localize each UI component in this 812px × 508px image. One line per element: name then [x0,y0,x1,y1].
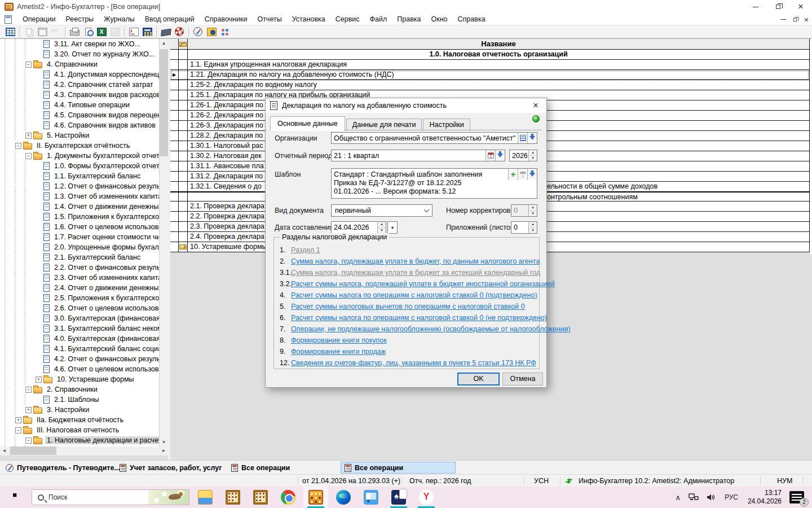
dialog-close-button[interactable]: × [529,99,542,112]
mdi-close-button[interactable]: × [804,15,809,24]
notification-center-icon[interactable]: 2 [789,491,804,503]
services-icon[interactable] [218,26,232,37]
grid-icon-header[interactable] [179,39,188,49]
scroll-left-icon[interactable]: ◄ [0,446,8,455]
section-link[interactable]: Раздел 1 [291,246,320,254]
tree-item[interactable]: +3. Настройки [0,405,159,415]
menu-item[interactable]: Справочники [200,14,253,24]
tree-item[interactable]: 1.2. Отчет о финансовых результата [0,181,159,191]
cut-icon[interactable] [49,26,63,37]
section-link[interactable]: Формирование книги покупок [291,336,387,344]
section-link[interactable]: Расчет суммы налога по операциям с налог… [291,314,547,322]
mdi-restore-button[interactable] [793,17,797,22]
mdi-minimize-button[interactable] [780,19,786,20]
tree-item[interactable]: 2.4. Отчет о движении денежных ср [0,283,159,293]
tree-item[interactable]: 4.2. Отчет о финансовых результата [0,354,159,364]
menu-item[interactable]: Реестры [60,14,99,24]
menu-item[interactable]: Установка [287,14,330,24]
menu-item[interactable]: Отчеты [252,14,286,24]
menu-item[interactable]: Операции [17,14,60,24]
edge-taskbar-button[interactable] [331,487,356,508]
tree-item[interactable]: 2.0. Упрощенные формы бухгалтер [0,242,159,252]
table-row[interactable]: 1.1. Единая упрощенная налоговая деклара… [170,60,809,70]
grid-name-header[interactable]: Название [188,39,809,49]
solitaire-taskbar-button[interactable] [386,487,411,508]
section-link[interactable]: Сумма налога, подлежащая уплате в бюджет… [291,257,540,265]
tree-item[interactable]: 4.6. Справочник видов активов [0,120,159,130]
table-row[interactable]: ▶1.21. Декларация по налогу на добавленн… [170,70,809,80]
date-field[interactable]: 24.04.2026 ▲▼ [331,221,386,234]
collapse-icon[interactable]: − [15,427,21,433]
tree-item[interactable]: 1.7. Расчет оценки стоимости чисть [0,232,159,242]
tree-item[interactable]: −4. Справочники [0,59,159,69]
menu-item[interactable]: Файл [365,14,392,24]
language-indicator[interactable]: РУС [721,487,742,508]
tree-item[interactable]: 2.6. Отчет о целевом использовании [0,303,159,313]
tree-item[interactable]: 4.5. Справочник видов переоценки [0,110,159,120]
operations-journal-icon[interactable] [3,26,17,37]
tree-item[interactable]: 1.1. Бухгалтерский баланс [0,171,159,181]
org-dropdown-button[interactable] [527,133,537,143]
expand-icon[interactable]: + [25,407,32,413]
spinner-buttons[interactable]: ▲▼ [528,222,537,233]
scrollbar-thumb[interactable] [10,446,56,455]
period-combo[interactable]: 21 : 1 квартал [331,150,505,161]
yandex-taskbar-button[interactable] [414,487,439,508]
calendar-icon[interactable] [127,26,140,37]
network-icon[interactable] [685,487,703,508]
date-dropdown-button[interactable]: ▼ [387,221,398,234]
compass-icon[interactable] [191,26,205,37]
tree-item[interactable]: +IIa. Бюджетная отчётность [0,415,159,425]
tree-item[interactable]: 4.2. Справочник статей затрат [0,80,159,90]
template-version-button[interactable]: 180↕ [518,169,527,180]
organization-combo[interactable]: Общество с ограниченной ответственностью… [331,132,537,144]
tree-item[interactable]: 2.3. Отчет об изменениях капитала [0,273,159,283]
tree-item[interactable]: 3.0. Бухгалтерская (финансовая) отч [0,313,159,323]
tree-item[interactable]: 4.4. Типовые операции [0,100,159,110]
expand-icon[interactable]: + [36,376,42,383]
year-spinner[interactable]: 2026 ▲▼ [509,150,537,161]
collapse-icon[interactable]: − [15,143,21,149]
template-dropdown-button[interactable] [527,169,537,180]
window-tab[interactable]: Учет запасов, работ, услуг [116,462,225,474]
table-row[interactable]: 1.0. Налоговая отчетность организаций [170,50,809,60]
section-link[interactable]: Расчет суммы налога по операциям с налог… [291,291,537,299]
print-icon[interactable] [68,26,81,37]
tree-item[interactable]: 3.11. Акт сверки по ЖХО... [0,39,159,49]
minimize-button[interactable] [744,0,767,14]
menu-item[interactable]: Правка [392,14,426,24]
excel-icon[interactable] [95,26,108,37]
scroll-down-icon[interactable]: ▼ [160,438,168,446]
tree-item[interactable]: 4.1. Допустимая корреспонденция с [0,69,159,80]
infobuh-taskbar-button[interactable] [303,487,328,508]
menu-item[interactable]: Окно [426,14,453,24]
tray-chevron-up-icon[interactable]: ∧ [671,487,685,508]
paste-icon[interactable] [36,26,49,37]
start-button[interactable] [6,487,28,508]
search-doodle-image[interactable] [148,489,189,505]
close-button[interactable]: × [789,0,812,14]
tree-item[interactable]: 3.20. Отчет по журналу ЖХО... [0,49,159,59]
calculator-icon[interactable] [140,26,154,37]
tree-item[interactable]: 2.1. Бухгалтерский баланс [0,252,159,262]
cancel-button[interactable]: Отмена [502,373,543,386]
tree-item[interactable]: −II. Бухгалтерская отчётность [0,141,159,151]
template-add-button[interactable]: + [508,169,518,180]
collapse-icon[interactable]: − [25,437,32,444]
tree-item[interactable]: 2.1. Шаблоны [0,395,159,405]
doc-type-select[interactable]: первичный [331,204,433,217]
restore-button[interactable] [767,0,789,14]
period-calendar-button[interactable] [486,150,495,161]
refbook-icon[interactable] [205,26,218,37]
tab-active[interactable]: Основные данные [270,116,345,131]
period-dropdown-button[interactable] [495,150,505,161]
eraser-icon[interactable] [159,26,173,37]
menu-item[interactable]: Справка [453,14,491,24]
table-row[interactable]: 1.25-2. Декларация по водному налогу [170,80,809,90]
expand-icon[interactable]: + [25,133,32,139]
section-link[interactable]: Формирование книги продаж [291,348,386,356]
speaker-icon[interactable] [703,487,721,508]
tree-item[interactable]: 2.5. Приложения к бухгалтерскому [0,293,159,303]
section-link[interactable]: Расчет суммы налоговых вычетов по операц… [291,303,525,310]
org-list-button[interactable] [518,133,527,143]
